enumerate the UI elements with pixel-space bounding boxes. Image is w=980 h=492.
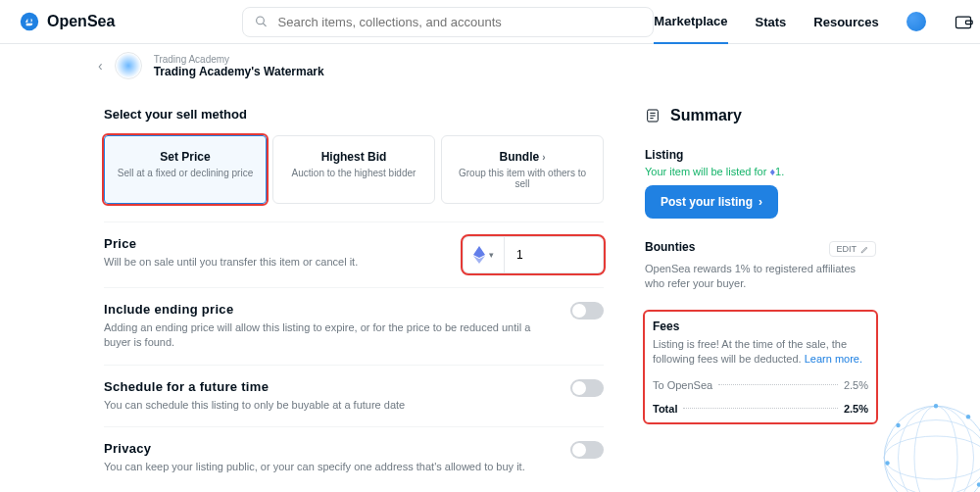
pencil-icon: [860, 245, 869, 254]
privacy-sub: You can keep your listing public, or you…: [104, 460, 551, 474]
search-input[interactable]: [278, 15, 642, 29]
listing-label: Listing: [645, 148, 876, 162]
bounties-text: OpenSea rewards 1% to registered affilia…: [645, 262, 876, 292]
privacy-title: Privacy: [104, 441, 551, 456]
bounties-edit-button[interactable]: EDIT: [829, 241, 876, 257]
svg-point-0: [21, 13, 38, 30]
opensea-logo-icon: [20, 12, 39, 31]
ending-price-sub: Adding an ending price will allow this l…: [104, 320, 551, 351]
listing-text: Your item will be listed for ♦1.: [645, 166, 876, 177]
fees-section: Fees Listing is free! At the time of the…: [645, 312, 876, 422]
logo[interactable]: OpenSea: [20, 12, 115, 31]
schedule-toggle[interactable]: [570, 379, 604, 397]
sell-method-label: Select your sell method: [104, 107, 604, 122]
fee-row-total: Total 2.5%: [653, 403, 868, 415]
nav-resources[interactable]: Resources: [813, 1, 878, 43]
svg-line-2: [264, 24, 267, 26]
method-sub: Sell at a fixed or declining price: [115, 168, 256, 178]
summary-icon: [645, 108, 661, 123]
method-sub: Group this item with others to sell: [452, 168, 593, 189]
method-title: Bundle›: [452, 150, 593, 164]
learn-more-link[interactable]: Learn more.: [805, 353, 862, 365]
svg-point-15: [966, 415, 970, 418]
post-listing-button[interactable]: Post your listing ›: [645, 185, 778, 219]
fees-label: Fees: [653, 320, 868, 333]
nav-stats[interactable]: Stats: [756, 1, 787, 43]
search-icon: [255, 15, 268, 28]
avatar[interactable]: [906, 12, 926, 31]
item-thumbnail[interactable]: [115, 52, 142, 79]
logo-text: OpenSea: [47, 13, 115, 30]
nav-marketplace[interactable]: Marketplace: [654, 0, 727, 44]
svg-point-21: [896, 423, 900, 427]
summary-title: Summary: [670, 107, 742, 124]
method-title: Set Price: [115, 150, 256, 164]
chevron-right-icon: ›: [759, 195, 762, 209]
price-title: Price: [104, 236, 443, 251]
svg-rect-4: [965, 21, 972, 24]
privacy-toggle[interactable]: [570, 441, 604, 459]
svg-point-1: [257, 17, 265, 25]
back-button[interactable]: ‹: [98, 58, 103, 74]
eth-icon: [473, 246, 485, 264]
search-bar[interactable]: [242, 7, 654, 37]
method-set-price[interactable]: Set Price Sell at a fixed or declining p…: [104, 135, 267, 204]
svg-point-11: [884, 420, 980, 493]
ending-price-toggle[interactable]: [570, 302, 604, 320]
svg-point-14: [934, 404, 938, 408]
price-sub: Will be on sale until you transfer this …: [104, 255, 443, 270]
schedule-title: Schedule for a future time: [104, 379, 551, 394]
method-highest-bid[interactable]: Highest Bid Auction to the highest bidde…: [272, 135, 435, 204]
ending-price-title: Include ending price: [104, 302, 551, 317]
chevron-right-icon: ›: [542, 152, 545, 163]
fee-row-opensea: To OpenSea 2.5%: [653, 379, 868, 391]
method-sub: Auction to the highest bidder: [283, 168, 424, 178]
collection-name[interactable]: Trading Academy: [154, 54, 324, 65]
chevron-down-icon: ▾: [489, 250, 494, 260]
currency-select[interactable]: ▾: [464, 237, 505, 272]
method-title: Highest Bid: [283, 150, 424, 164]
svg-point-10: [884, 436, 980, 479]
price-input-group: ▾: [463, 236, 604, 273]
price-input[interactable]: [505, 239, 603, 271]
method-bundle[interactable]: Bundle› Group this item with others to s…: [441, 135, 604, 204]
bounties-label: Bounties: [645, 240, 695, 254]
svg-rect-3: [956, 17, 970, 28]
globe-decoration: [882, 404, 980, 492]
wallet-icon[interactable]: [954, 12, 973, 31]
svg-point-20: [885, 461, 889, 465]
schedule-sub: You can schedule this listing to only be…: [104, 398, 551, 413]
item-name: Trading Academy's Watermark: [154, 65, 324, 78]
breadcrumb: ‹ Trading Academy Trading Academy's Wate…: [0, 44, 980, 87]
fees-text: Listing is free! At the time of the sale…: [653, 337, 868, 368]
